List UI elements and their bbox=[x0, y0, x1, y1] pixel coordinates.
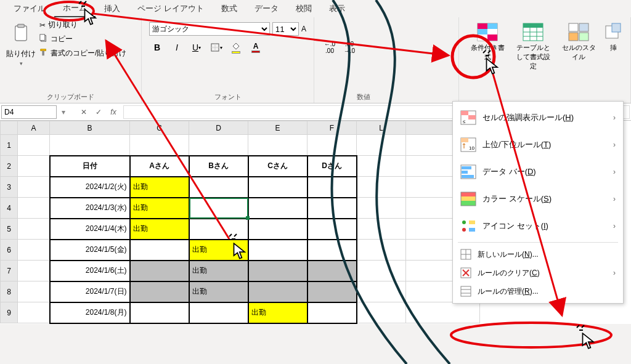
cell-empty[interactable] bbox=[248, 219, 307, 240]
cell-value[interactable]: 出勤 bbox=[189, 240, 248, 261]
menu-item-color-scales[interactable]: カラー スケール(S) › bbox=[453, 185, 623, 212]
tab-file[interactable]: ファイル bbox=[5, 1, 54, 17]
tab-insert[interactable]: 挿入 bbox=[96, 1, 129, 17]
font-color-button[interactable]: A bbox=[248, 39, 264, 55]
table-header-c[interactable]: Cさん bbox=[248, 156, 307, 177]
accept-formula-icon[interactable]: ✓ bbox=[91, 108, 106, 116]
increase-decimal-button[interactable]: ←.0.00 bbox=[322, 39, 338, 55]
cell-empty[interactable] bbox=[189, 302, 248, 323]
cell-empty[interactable] bbox=[307, 281, 357, 302]
cell-date[interactable]: 2024/1/6(土) bbox=[50, 261, 130, 281]
row-header[interactable]: 9 bbox=[1, 302, 18, 323]
cell-date[interactable]: 2024/1/2(火) bbox=[50, 177, 130, 198]
row-header[interactable]: 2 bbox=[1, 156, 18, 177]
cell-empty[interactable] bbox=[248, 261, 307, 281]
select-all-corner[interactable] bbox=[1, 121, 18, 135]
tab-formulas[interactable]: 数式 bbox=[213, 1, 246, 17]
chevron-down-icon[interactable]: ▾ bbox=[62, 108, 65, 116]
cell-empty[interactable] bbox=[248, 177, 307, 198]
col-header[interactable]: F bbox=[307, 121, 357, 135]
cell-empty[interactable] bbox=[307, 302, 357, 323]
cell-value[interactable]: 出勤 bbox=[189, 261, 248, 281]
cell-empty[interactable] bbox=[248, 198, 307, 219]
tab-home[interactable]: ホーム bbox=[54, 0, 96, 17]
cell-date[interactable]: 2024/1/5(金) bbox=[50, 240, 130, 261]
cell-value[interactable]: 出勤 bbox=[130, 198, 189, 219]
row-header[interactable]: 7 bbox=[1, 261, 18, 281]
italic-button[interactable]: I bbox=[169, 39, 185, 55]
font-size-select[interactable]: 11 bbox=[272, 22, 299, 36]
cell-value[interactable]: 出勤 bbox=[130, 177, 189, 198]
cell-styles-button[interactable]: セルのスタイル bbox=[559, 22, 598, 62]
row-header[interactable]: 8 bbox=[1, 281, 18, 302]
tab-data[interactable]: データ bbox=[246, 1, 287, 17]
borders-button[interactable]: ▾ bbox=[208, 39, 224, 55]
format-as-table-button[interactable]: テーブルとして書式設定 bbox=[513, 22, 553, 71]
cell-empty[interactable] bbox=[130, 302, 189, 323]
tab-layout[interactable]: ページ レイアウト bbox=[129, 1, 213, 17]
row-header[interactable]: 4 bbox=[1, 198, 18, 219]
menu-item-data-bars[interactable]: データ バー(D) › bbox=[453, 158, 623, 185]
sheet-table[interactable]: A B C D E F L 1 2 日付 Aさん Bさん Cさん Dさん 3 2… bbox=[0, 121, 480, 324]
tab-view[interactable]: 表示 bbox=[320, 1, 354, 17]
copy-button[interactable]: コピー bbox=[39, 34, 126, 44]
insert-cells-button[interactable]: 挿 bbox=[605, 22, 622, 52]
cell-empty[interactable] bbox=[248, 240, 307, 261]
table-header-a[interactable]: Aさん bbox=[130, 156, 189, 177]
bold-button[interactable]: B bbox=[149, 39, 165, 55]
cell-empty[interactable] bbox=[307, 177, 357, 198]
format-painter-button[interactable]: 書式のコピー/貼り付け bbox=[39, 48, 126, 59]
table-header-b[interactable]: Bさん bbox=[189, 156, 248, 177]
row-header[interactable]: 6 bbox=[1, 240, 18, 261]
menu-item-top-bottom-rules[interactable]: 10 上位/下位ルール(T) › bbox=[453, 131, 623, 158]
number-group-label: 数値 bbox=[319, 91, 408, 102]
col-header[interactable]: A bbox=[18, 121, 50, 135]
paste-button[interactable]: 貼り付け ▾ bbox=[5, 20, 37, 91]
font-name-select[interactable]: 游ゴシック bbox=[149, 22, 270, 36]
svg-rect-11 bbox=[487, 29, 497, 34]
cut-button[interactable]: ✂ 切り取り bbox=[39, 20, 126, 30]
table-header-date[interactable]: 日付 bbox=[50, 156, 130, 177]
cancel-formula-icon[interactable]: ✕ bbox=[76, 108, 91, 116]
cell-empty[interactable] bbox=[307, 219, 357, 240]
cell-date[interactable]: 2024/1/3(水) bbox=[50, 198, 130, 219]
row-header[interactable]: 1 bbox=[1, 135, 18, 156]
cell-empty[interactable] bbox=[130, 281, 189, 302]
cell-value[interactable]: 出勤 bbox=[248, 302, 307, 323]
row-header[interactable]: 3 bbox=[1, 177, 18, 198]
menu-item-highlight-rules[interactable]: ≤ セルの強調表示ルール(H) › bbox=[453, 104, 623, 131]
decrease-decimal-button[interactable]: .00→.0 bbox=[341, 39, 357, 55]
cell-value[interactable]: 出勤 bbox=[130, 219, 189, 240]
cell-empty[interactable] bbox=[130, 261, 189, 281]
cell-date[interactable]: 2024/1/7(日) bbox=[50, 281, 130, 302]
col-header[interactable]: C bbox=[130, 121, 189, 135]
table-header-d[interactable]: Dさん bbox=[307, 156, 357, 177]
cell-empty[interactable] bbox=[307, 240, 357, 261]
cell-date[interactable]: 2024/1/8(月) bbox=[50, 302, 130, 323]
underline-button[interactable]: U▾ bbox=[189, 39, 205, 55]
col-header[interactable]: E bbox=[248, 121, 307, 135]
fill-color-button[interactable] bbox=[228, 39, 244, 55]
fx-icon[interactable]: fx bbox=[106, 108, 121, 116]
col-header[interactable]: B bbox=[50, 121, 130, 135]
selected-cell[interactable] bbox=[189, 198, 248, 219]
col-header[interactable]: D bbox=[189, 121, 248, 135]
row-header[interactable]: 5 bbox=[1, 219, 18, 240]
cell-empty[interactable] bbox=[307, 261, 357, 281]
cell-empty[interactable] bbox=[189, 219, 248, 240]
cell-value[interactable]: 出勤 bbox=[189, 281, 248, 302]
cell-empty[interactable] bbox=[189, 177, 248, 198]
cell-empty[interactable] bbox=[130, 240, 189, 261]
menu-item-new-rule[interactable]: 新しいルール(N)... bbox=[453, 245, 623, 264]
cell-empty[interactable] bbox=[248, 281, 307, 302]
menu-item-manage-rules[interactable]: ルールの管理(R)... bbox=[453, 282, 623, 301]
menu-item-clear-rules[interactable]: ルールのクリア(C) › bbox=[453, 264, 623, 282]
tab-review[interactable]: 校閲 bbox=[287, 1, 320, 17]
conditional-formatting-button[interactable]: 条件付き書式 bbox=[468, 22, 507, 62]
col-header[interactable]: L bbox=[357, 121, 406, 135]
menu-item-icon-sets[interactable]: アイコン セット(I) › bbox=[453, 212, 623, 240]
name-box[interactable] bbox=[1, 105, 57, 119]
increase-font-icon[interactable]: A bbox=[301, 25, 306, 33]
cell-empty[interactable] bbox=[307, 198, 357, 219]
cell-date[interactable]: 2024/1/4(木) bbox=[50, 219, 130, 240]
